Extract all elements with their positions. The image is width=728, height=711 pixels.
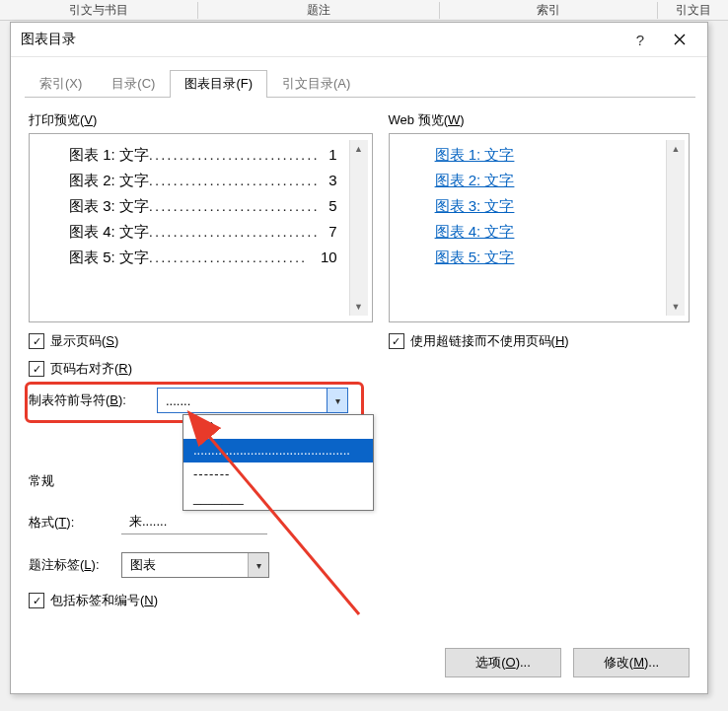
ribbon-group-strip: 引文与书目 题注 索引 引文目 — [0, 0, 728, 21]
ribbon-group-toa: 引文目 — [658, 2, 728, 19]
ribbon-group-index: 索引 — [440, 2, 658, 19]
ribbon-group-citations: 引文与书目 — [0, 2, 198, 19]
ribbon-group-captions: 题注 — [198, 2, 440, 19]
